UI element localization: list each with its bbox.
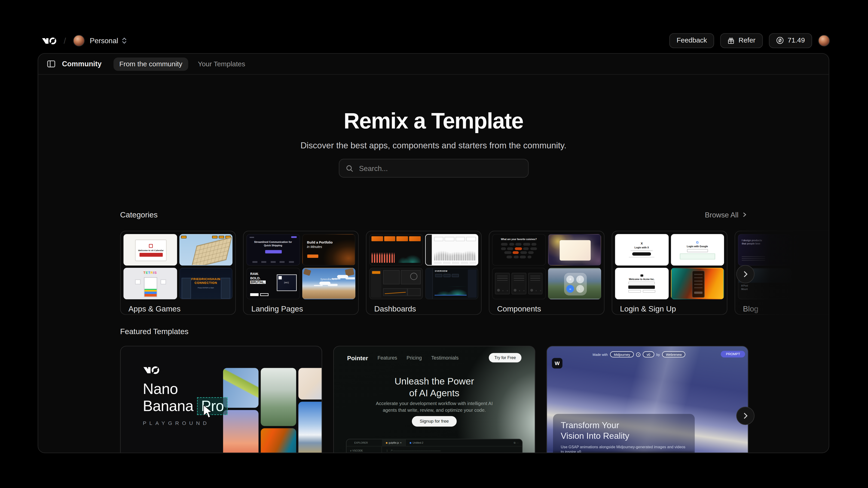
featured-next-button[interactable] [736, 407, 754, 425]
thumb-art [640, 274, 643, 277]
hero-subtitle: Discover the best apps, components and s… [38, 140, 829, 151]
badge-webrenew: Webrenew [662, 352, 686, 358]
pointer-nav-pricing: Pricing [406, 355, 422, 361]
featured-section-header: Featured Templates [120, 327, 747, 336]
thumb-portfolio-landing: Build a Portfolioin Minutes [302, 234, 355, 266]
thumb-art [319, 282, 330, 285]
chevron-right-icon [742, 271, 749, 278]
photo-leaves [223, 368, 258, 407]
refer-button[interactable]: Refer [720, 33, 763, 48]
thumb-art [742, 256, 765, 262]
top-bar-actions: Feedback Refer [670, 33, 830, 48]
thumb-tetris-game: TETRIS [123, 268, 177, 299]
thumb-art [265, 250, 282, 253]
category-label: Dashboards [374, 304, 478, 313]
pointer-hero-title: Unleash the Powerof AI Agents [334, 376, 535, 399]
feedback-button[interactable]: Feedback [670, 33, 714, 48]
webrenew-subtitle: Use GSAP animations alongside Midjourney… [561, 444, 687, 453]
thumb-art: Welcome to v0 Calendar [135, 240, 166, 261]
bluetooth-icon: ᛒ [576, 275, 584, 283]
thumb-art [687, 249, 708, 252]
pointer-nav: Pointer Features Pricing Testimonials Tr… [347, 353, 522, 363]
thumb-art [559, 240, 590, 261]
editor-tab-untitled: Untitled-2 [406, 441, 427, 444]
thumb-art [383, 288, 407, 296]
sidebar-toggle-icon[interactable] [47, 60, 56, 67]
thumb-art [252, 261, 293, 263]
category-label: Components [497, 304, 601, 313]
pointer-cta-row: Signup for free [334, 415, 535, 427]
search-input[interactable] [358, 163, 521, 173]
hero-title: Remix a Template [38, 109, 829, 133]
thumb-text: RAW. BOLD. BRUTAL. [250, 272, 266, 285]
featured-card-pointer-ai-agents[interactable]: Pointer Features Pricing Testimonials Tr… [333, 346, 535, 453]
thumb-art [212, 236, 217, 238]
browse-all-link[interactable]: Browse All [705, 211, 747, 219]
thumb-art [181, 236, 186, 238]
category-card-login-signup[interactable]: X Login with X G Login with Google [612, 231, 727, 315]
thumb-art [372, 271, 380, 274]
user-avatar[interactable] [818, 35, 830, 46]
category-label: Apps & Games [128, 304, 232, 313]
thumb-art [149, 244, 153, 248]
category-card-dashboards[interactable]: OVERVIEW Dashboards [366, 231, 482, 315]
category-thumbnails: OVERVIEW [369, 234, 478, 300]
workspace-switcher-chevrons-icon[interactable] [122, 37, 127, 43]
thumb-art [493, 243, 545, 258]
tab-your-templates[interactable]: Your Templates [192, 57, 251, 70]
photo-people [261, 428, 296, 453]
credits-button[interactable]: 71.49 [769, 33, 812, 48]
category-thumbnails: Welcome to v0 Calendar [123, 234, 232, 300]
featured-card-nano-banana-pro[interactable]: Nano BananaPro PLAYGROUND [120, 346, 322, 453]
featured-carousel: Nano BananaPro PLAYGROUND [120, 346, 829, 453]
v0-logo-icon[interactable] [41, 36, 57, 44]
nano-photo-grid [223, 368, 322, 453]
category-card-components[interactable]: What are your favorite cuisines? [489, 231, 604, 315]
pointer-code-editor: EXPLORER gulpfile.js× Untitled-2 ⧉ ⋯ ∨ V… [346, 439, 523, 453]
category-card-apps-games[interactable]: Welcome to v0 Calendar [120, 231, 236, 315]
thumb-text: TETRIS [124, 271, 176, 274]
thumb-art [144, 277, 157, 297]
thumb-art: [IMG] [277, 274, 297, 291]
thumb-chips-component: What are your favorite cuisines? [492, 234, 546, 266]
pointer-signup-button: Signup for free [412, 416, 457, 427]
page-title: Community [62, 60, 101, 68]
thumb-text: Synecdoche® [303, 277, 355, 280]
thumb-art [371, 236, 421, 241]
thumb-blog-design-post: I design products that people love [738, 234, 791, 266]
refer-label: Refer [739, 36, 755, 44]
photo-column [223, 368, 258, 453]
thumb-gradient-mobile-login [671, 268, 724, 299]
thumb-text: OVERVIEW [435, 270, 447, 272]
thumb-art [191, 237, 232, 266]
photo-column [298, 368, 322, 453]
made-with-label: Made with [592, 353, 608, 356]
editor-explorer-label: EXPLORER [347, 441, 382, 444]
workspace-name[interactable]: Personal [90, 36, 118, 44]
categories-carousel: Welcome to v0 Calendar [120, 231, 829, 315]
thumb-text: X [641, 242, 643, 245]
categories-next-button[interactable] [736, 265, 754, 283]
thumb-art [307, 255, 318, 257]
community-header: Community From the community Your Templa… [38, 54, 829, 74]
thumb-desert-landing: Synecdoche® [302, 268, 355, 299]
thumb-art [632, 252, 651, 255]
thumb-text: [IMG] [277, 282, 296, 284]
thumb-login-with-google: G Login with Google [671, 234, 724, 266]
tab-from-the-community[interactable]: From the community [113, 57, 189, 70]
plus-badge: + [636, 352, 641, 357]
workspace-avatar[interactable] [73, 35, 85, 46]
thumb-art [468, 269, 476, 298]
thumb-art [303, 269, 311, 276]
airplane-icon: ✈ [566, 275, 574, 283]
search-box[interactable] [339, 159, 529, 178]
thumb-text: What are your favorite cuisines? [493, 238, 545, 241]
featured-card-webrenew[interactable]: Made with Midjourney + v0 by Webrenew PR… [546, 346, 748, 453]
thumb-art [434, 237, 476, 241]
chevron-right-icon [742, 412, 749, 419]
thumb-art [434, 262, 476, 264]
thumb-art [426, 235, 431, 265]
thumb-blog-post-2 [794, 268, 829, 299]
webrenew-title: Transform YourVision Into Reality [561, 420, 687, 441]
category-card-landing-pages[interactable]: Streamlined Communication for Quick Ship… [243, 231, 359, 315]
